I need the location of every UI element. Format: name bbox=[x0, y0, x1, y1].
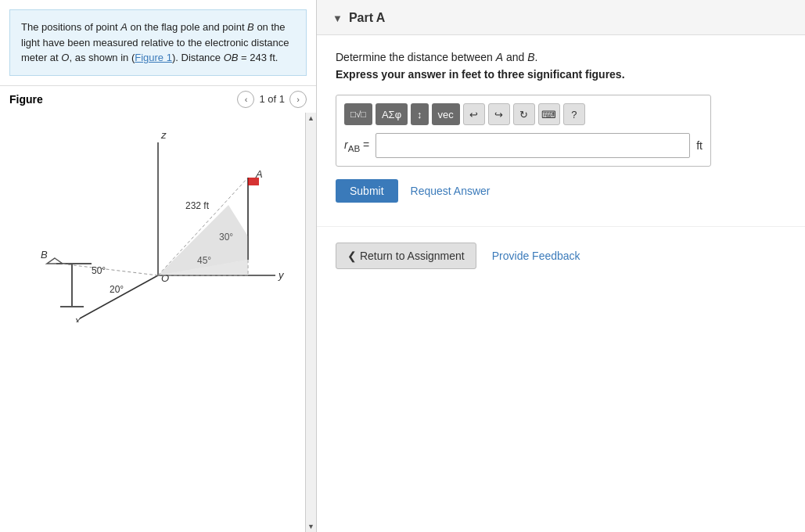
figure-link[interactable]: Figure 1 bbox=[135, 52, 172, 63]
return-to-assignment-button[interactable]: ❮ Return to Assignment bbox=[336, 243, 476, 269]
figure-prev-button[interactable]: ‹ bbox=[237, 91, 254, 108]
figure-section: Figure ‹ 1 of 1 › z y bbox=[0, 85, 316, 533]
input-unit: ft bbox=[696, 139, 703, 152]
math-toolbar: □√□ AΣφ ↕ vec ↩ ↪ ↻ bbox=[344, 103, 703, 125]
answer-input[interactable] bbox=[376, 133, 690, 158]
svg-line-22 bbox=[60, 264, 158, 275]
svg-text:232 ft: 232 ft bbox=[185, 200, 210, 211]
input-label: rAB = bbox=[344, 138, 369, 153]
part-header: ▼ Part A bbox=[317, 0, 805, 35]
right-panel: ▼ Part A Determine the distance between … bbox=[317, 0, 805, 532]
figure-header: Figure ‹ 1 of 1 › bbox=[0, 85, 316, 113]
figure-pagination: 1 of 1 bbox=[259, 93, 285, 105]
scroll-down-button[interactable]: ▼ bbox=[306, 521, 317, 532]
provide-feedback-link[interactable]: Provide Feedback bbox=[492, 250, 580, 262]
keyboard-button[interactable]: ⌨ bbox=[538, 103, 560, 125]
redo-button[interactable]: ↪ bbox=[488, 103, 510, 125]
return-row: ❮ Return to Assignment Provide Feedback bbox=[317, 226, 805, 285]
part-content: Determine the distance between A and B. … bbox=[317, 35, 805, 218]
part-description: Determine the distance between A and B. bbox=[336, 51, 786, 63]
scroll-up-button[interactable]: ▲ bbox=[306, 113, 317, 124]
figure-next-button[interactable]: › bbox=[289, 91, 307, 108]
svg-text:A: A bbox=[255, 168, 263, 180]
figure-diagram: z y x O A bbox=[9, 119, 299, 322]
part-title: Part A bbox=[349, 11, 386, 25]
math-input-box: □√□ AΣφ ↕ vec ↩ ↪ ↻ bbox=[336, 95, 711, 167]
figure-scrollbar[interactable]: ▲ ▼ bbox=[305, 113, 316, 533]
point-b-label: B bbox=[247, 21, 254, 33]
svg-line-4 bbox=[80, 275, 158, 318]
request-answer-link[interactable]: Request Answer bbox=[411, 185, 491, 197]
help-button[interactable]: ? bbox=[563, 103, 585, 125]
arrows-button[interactable]: ↕ bbox=[411, 103, 429, 125]
vec-button[interactable]: vec bbox=[432, 103, 460, 125]
alpha-sigma-phi-button[interactable]: AΣφ bbox=[376, 103, 408, 125]
figure-nav: ‹ 1 of 1 › bbox=[237, 91, 307, 108]
left-panel: The positions of point A on the flag pol… bbox=[0, 0, 317, 532]
figure-svg-container: z y x O A bbox=[0, 113, 305, 331]
point-a-label: A bbox=[120, 21, 128, 33]
svg-marker-20 bbox=[47, 258, 63, 264]
svg-text:B: B bbox=[41, 249, 48, 261]
point-o-label: O bbox=[61, 52, 69, 63]
figure-canvas: z y x O A bbox=[0, 113, 316, 533]
problem-text: The positions of point A on the flag pol… bbox=[21, 21, 289, 63]
undo-button[interactable]: ↩ bbox=[463, 103, 485, 125]
problem-text-box: The positions of point A on the flag pol… bbox=[9, 9, 307, 76]
svg-text:20°: 20° bbox=[110, 284, 124, 295]
submit-button[interactable]: Submit bbox=[336, 179, 398, 203]
svg-text:50°: 50° bbox=[92, 265, 106, 276]
sqrt-button[interactable]: □√□ bbox=[344, 103, 372, 125]
svg-text:z: z bbox=[160, 129, 167, 141]
svg-text:y: y bbox=[278, 269, 285, 281]
reset-button[interactable]: ↻ bbox=[513, 103, 535, 125]
part-collapse-button[interactable]: ▼ bbox=[332, 13, 343, 24]
figure-title: Figure bbox=[9, 93, 43, 106]
svg-text:x: x bbox=[74, 315, 81, 322]
dist-ob-label: OB bbox=[224, 52, 239, 63]
part-instruction: Express your answer in feet to three sig… bbox=[336, 68, 786, 81]
action-row: Submit Request Answer bbox=[336, 179, 786, 203]
math-input-row: rAB = ft bbox=[344, 133, 703, 158]
